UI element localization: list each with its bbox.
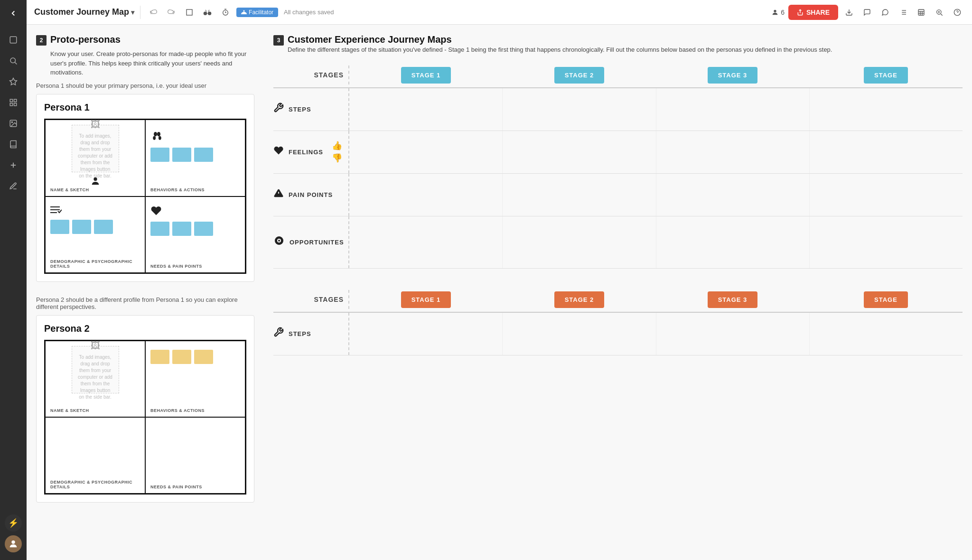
feelings-cell-3[interactable] [656, 131, 810, 173]
sidebar-bolt-button[interactable]: ⚡ [5, 514, 22, 532]
section3-number: 3 [273, 35, 284, 46]
p2-steps-cell-2[interactable] [503, 313, 656, 355]
persona1-behaviors-label: BEHAVIORS & ACTIONS [150, 187, 205, 192]
persona2-behavior-block-3 [194, 350, 213, 364]
users-count[interactable]: 6 [771, 9, 785, 16]
chat-button[interactable] [860, 5, 874, 19]
list-button[interactable] [896, 5, 910, 19]
sidebar-book-icon[interactable] [4, 135, 23, 154]
persona2-title: Persona 2 [44, 323, 246, 334]
feelings-thumbs: 👍 👎 [332, 140, 342, 163]
download-button[interactable] [842, 5, 856, 19]
facilitator-badge: Facilitator [236, 8, 278, 17]
p2-steps-cell-3[interactable] [656, 313, 810, 355]
personas-panel: 2 Proto-personas Know your user. Create … [36, 34, 264, 517]
binoculars-button[interactable] [200, 5, 215, 19]
painpoints-cell-4[interactable] [810, 174, 963, 216]
sidebar-plus-icon[interactable] [4, 156, 23, 175]
image-placeholder-icon: 🖼 [91, 118, 100, 131]
p2-stage3-button[interactable]: STAGE 3 [708, 291, 758, 308]
journey-header-row-2: STAGES STAGE 1 STAGE 2 STAGE 3 [273, 288, 963, 313]
p2-steps-cell-4[interactable] [810, 313, 963, 355]
section2-desc: Know your user. Create proto-personas fo… [36, 49, 254, 77]
steps-label-cell: STEPS [273, 88, 349, 131]
section3-header: 3 Customer Experience Journey Maps Defin… [273, 34, 963, 59]
stage3-button[interactable]: STAGE 3 [708, 67, 758, 84]
p2-steps-label-cell: STEPS [273, 313, 349, 355]
undo-button[interactable] [146, 5, 160, 19]
section2-header: 2 Proto-personas [36, 34, 254, 46]
svg-point-15 [208, 11, 212, 15]
document-title[interactable]: Customer Journey Map ▾ [34, 7, 134, 17]
p2-steps-cell-1[interactable] [349, 313, 503, 355]
persona2-card: Persona 2 🖼 To add images, drag and drop… [36, 315, 254, 503]
timer-button[interactable] [218, 5, 233, 19]
persona2-quadrant-name: 🖼 To add images, drag and drop them from… [46, 341, 145, 417]
opportunities-row: OPPORTUNITES [273, 216, 963, 269]
opportunities-icon [273, 235, 285, 249]
steps-cell-4[interactable] [810, 88, 963, 131]
steps-icon [273, 103, 284, 116]
svg-point-1 [10, 58, 16, 63]
persona1-note: Persona 1 should be your primary persona… [36, 82, 254, 89]
painpoints-cell-2[interactable] [503, 174, 656, 216]
sidebar-back-icon[interactable] [4, 4, 23, 23]
stage1-button[interactable]: STAGE 1 [401, 67, 451, 84]
svg-rect-4 [10, 99, 12, 102]
feelings-icon [273, 145, 284, 159]
p2-steps-icon [273, 327, 284, 340]
steps-cell-3[interactable] [656, 88, 810, 131]
frame-button[interactable] [182, 5, 196, 19]
autosave-status: All changes saved [284, 9, 334, 16]
sidebar-image-icon[interactable] [4, 114, 23, 133]
persona1-needs-label: NEEDS & PAIN POINTS [150, 264, 202, 269]
persona2-behavior-block-2 [172, 350, 191, 364]
persona1-demographic-blocks [50, 220, 113, 234]
opportunities-cell-2[interactable] [503, 216, 656, 268]
sidebar-avatar [5, 535, 22, 552]
svg-line-2 [15, 62, 17, 64]
opportunities-label-cell: OPPORTUNITES [273, 216, 349, 268]
feelings-label: FEELINGS [289, 149, 323, 156]
sidebar-pen-icon[interactable] [4, 177, 23, 196]
stage4-button[interactable]: STAGE [864, 67, 908, 84]
svg-rect-13 [187, 9, 192, 15]
sidebar-page-icon[interactable] [4, 30, 23, 49]
persona2-name-label: NAME & SKETCH [50, 408, 89, 413]
opportunities-cell-4[interactable] [810, 216, 963, 268]
stages-label-1: STAGES [273, 65, 349, 84]
svg-rect-0 [10, 37, 17, 43]
redo-button[interactable] [164, 5, 178, 19]
svg-point-17 [243, 10, 245, 11]
feelings-row: FEELINGS 👍 👎 [273, 131, 963, 174]
painpoints-cell-1[interactable] [349, 174, 503, 216]
persona2-needs-label: NEEDS & PAIN POINTS [150, 485, 202, 489]
stages-label-2: STAGES [273, 290, 349, 309]
topbar-divider [140, 6, 140, 19]
svg-point-50 [278, 240, 280, 242]
sidebar-grid-icon[interactable] [4, 93, 23, 112]
svg-point-41 [153, 136, 156, 140]
feelings-cell-1[interactable] [349, 131, 503, 173]
help-button[interactable] [950, 5, 964, 19]
sidebar-star-icon[interactable] [4, 72, 23, 91]
zoom-search-button[interactable] [932, 5, 946, 19]
table-button[interactable] [914, 5, 928, 19]
p2-stage2-button[interactable]: STAGE 2 [554, 291, 605, 308]
stage2-cell: STAGE 2 [503, 63, 656, 87]
steps-cell-2[interactable] [503, 88, 656, 131]
sidebar-search-icon[interactable] [4, 51, 23, 70]
stage2-button[interactable]: STAGE 2 [554, 67, 605, 84]
p2-stage1-button[interactable]: STAGE 1 [401, 291, 451, 308]
steps-cell-1[interactable] [349, 88, 503, 131]
comment-button[interactable] [878, 5, 892, 19]
painpoints-cell-3[interactable] [656, 174, 810, 216]
persona2-image-placeholder: 🖼 To add images, drag and drop them from… [72, 346, 119, 393]
share-button[interactable]: SHARE [788, 5, 838, 20]
feelings-cell-2[interactable] [503, 131, 656, 173]
opportunities-cell-1[interactable] [349, 216, 503, 268]
opportunities-label: OPPORTUNITES [290, 239, 344, 246]
p2-stage4-button[interactable]: STAGE [864, 291, 908, 308]
opportunities-cell-3[interactable] [656, 216, 810, 268]
feelings-cell-4[interactable] [810, 131, 963, 173]
